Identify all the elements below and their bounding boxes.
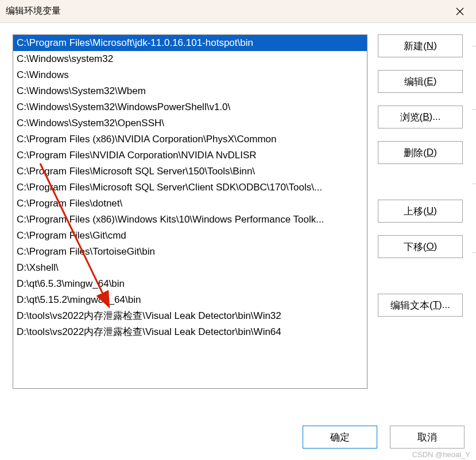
cancel-button[interactable]: 取消 <box>390 426 465 449</box>
list-item[interactable]: D:\tools\vs2022内存泄露检查\Visual Leak Detect… <box>13 308 367 324</box>
window-title: 编辑环境变量 <box>6 5 61 17</box>
edit-button[interactable]: 编辑(E) <box>378 70 463 93</box>
move-down-button[interactable]: 下移(O) <box>378 235 463 258</box>
list-item[interactable]: C:\Program Files\Microsoft\jdk-11.0.16.1… <box>13 35 367 51</box>
list-item[interactable]: C:\Windows\system32 <box>13 51 367 67</box>
content-area: C:\Program Files\Microsoft\jdk-11.0.16.1… <box>0 23 476 395</box>
list-item[interactable]: D:\qt\6.5.3\mingw_64\bin <box>13 276 367 292</box>
list-item[interactable]: D:\qt\5.15.2\mingw81_64\bin <box>13 292 367 308</box>
move-up-button[interactable]: 上移(U) <box>378 200 463 223</box>
browse-button[interactable]: 浏览(B)... <box>378 106 463 128</box>
list-item[interactable]: C:\Program Files\Git\cmd <box>13 228 367 244</box>
ok-button[interactable]: 确定 <box>303 426 377 449</box>
list-item[interactable]: C:\Windows <box>13 67 367 83</box>
side-buttons: 新建(N) 编辑(E) 浏览(B)... 删除(D) 上移(U) 下移(O) 编… <box>378 34 463 389</box>
path-list[interactable]: C:\Program Files\Microsoft\jdk-11.0.16.1… <box>13 34 367 389</box>
bottom-buttons: 确定 取消 <box>303 426 465 449</box>
list-item[interactable]: C:\Program Files\dotnet\ <box>13 196 367 212</box>
list-item[interactable]: C:\Program Files\NVIDIA Corporation\NVID… <box>13 147 367 163</box>
list-item[interactable]: C:\Windows\System32\OpenSSH\ <box>13 115 367 131</box>
close-icon <box>455 7 465 16</box>
edge-decor <box>473 23 476 459</box>
list-item[interactable]: C:\Program Files (x86)\Windows Kits\10\W… <box>13 212 367 228</box>
title-bar: 编辑环境变量 <box>0 0 476 23</box>
edit-text-button[interactable]: 编辑文本(T)... <box>378 294 463 317</box>
list-item[interactable]: D:\Xshell\ <box>13 260 367 276</box>
list-item[interactable]: C:\Program Files\Microsoft SQL Server\Cl… <box>13 180 367 196</box>
list-item[interactable]: C:\Windows\System32\WindowsPowerShell\v1… <box>13 99 367 115</box>
list-item[interactable]: C:\Program Files\Microsoft SQL Server\15… <box>13 163 367 180</box>
list-item[interactable]: D:\tools\vs2022内存泄露检查\Visual Leak Detect… <box>13 324 367 340</box>
watermark: CSDN @heoal_Y <box>412 450 470 459</box>
close-button[interactable] <box>448 0 471 23</box>
delete-button[interactable]: 删除(D) <box>378 141 463 164</box>
list-item[interactable]: C:\Program Files\TortoiseGit\bin <box>13 244 367 260</box>
list-item[interactable]: C:\Program Files (x86)\NVIDIA Corporatio… <box>13 131 367 147</box>
new-button[interactable]: 新建(N) <box>378 34 463 57</box>
list-item[interactable]: C:\Windows\System32\Wbem <box>13 83 367 99</box>
